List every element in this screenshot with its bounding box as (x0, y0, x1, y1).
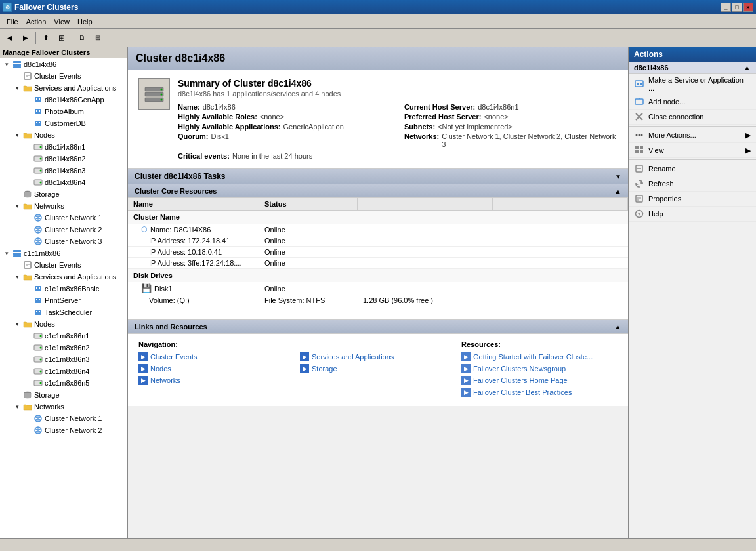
menu-action[interactable]: Action (22, 16, 51, 27)
tree-expander[interactable] (22, 236, 33, 247)
action-refresh[interactable]: Refresh (629, 176, 756, 192)
tree-expander[interactable] (22, 177, 33, 188)
tree-expander[interactable] (22, 354, 33, 365)
sidebar-item-cluster2-n3[interactable]: c1c1m8x86n3 (0, 354, 127, 365)
tree-expander[interactable]: ▾ (12, 272, 22, 282)
links-collapse-btn[interactable]: ▲ (614, 323, 621, 331)
sidebar-item-cluster2-net1[interactable]: Cluster Network 1 (0, 413, 127, 424)
toolbar-btn2[interactable]: ⊞ (54, 31, 69, 45)
tree-expander[interactable] (12, 390, 22, 400)
close-button[interactable]: × (743, 3, 753, 12)
tree-expander[interactable] (12, 189, 22, 199)
tree-expander[interactable] (22, 283, 33, 294)
link-newsgroup[interactable]: ▶ Failover Clusters Newsgroup (461, 364, 618, 373)
action-more-actions[interactable]: More Actions... ▶ (629, 128, 756, 143)
tree-expander[interactable] (12, 71, 22, 81)
tasks-collapse-btn[interactable]: ▼ (615, 173, 621, 180)
tree-expander[interactable] (22, 413, 33, 424)
sidebar-item-cluster1-storage[interactable]: Storage (0, 188, 127, 200)
sidebar-item-cluster1-n3[interactable]: d8c1i4x86n3 (0, 165, 127, 176)
sidebar-item-cluster1-svc-genapp[interactable]: d8c1i4x86GenApp (0, 94, 127, 106)
tree-expander[interactable] (12, 260, 22, 270)
action-view[interactable]: View ▶ (629, 143, 756, 158)
link-best-practices[interactable]: ▶ Failover Cluster Best Practices (461, 388, 618, 397)
core-resources-header[interactable]: Cluster Core Resources ▲ (128, 184, 628, 198)
tree-expander[interactable]: ▾ (1, 248, 12, 258)
action-make-service[interactable]: Make a Service or Application ... (629, 74, 756, 94)
link-getting-started[interactable]: ▶ Getting Started with Failover Cluste..… (461, 352, 618, 361)
action-rename[interactable]: Rename (629, 161, 756, 176)
toolbar-btn4[interactable]: ⊟ (91, 31, 105, 45)
toolbar-forward[interactable]: ▶ (18, 31, 33, 45)
toolbar-btn3[interactable]: 🗋 (75, 31, 89, 45)
toolbar-up[interactable]: ⬆ (39, 31, 53, 45)
core-resources-collapse[interactable]: ▲ (614, 187, 621, 195)
tree-expander[interactable]: ▾ (12, 401, 22, 412)
sidebar-item-cluster1-net1[interactable]: Cluster Network 1 (0, 212, 127, 224)
sidebar-item-cluster1-net3[interactable]: Cluster Network 3 (0, 235, 127, 247)
tree-expander[interactable] (22, 106, 33, 117)
tree-expander[interactable] (22, 331, 33, 341)
link-homepage[interactable]: ▶ Failover Clusters Home Page (461, 376, 618, 385)
tree-expander[interactable] (22, 366, 33, 377)
minimize-button[interactable]: _ (721, 3, 731, 12)
sidebar-item-cluster2-net2[interactable]: Cluster Network 2 (0, 424, 127, 436)
sidebar-item-cluster2-storage[interactable]: Storage (0, 389, 127, 401)
link-services[interactable]: ▶ Services and Applications (300, 352, 456, 361)
sidebar-item-cluster2-svc[interactable]: ▾Services and Applications (0, 271, 127, 283)
action-close-connection[interactable]: Close connection (629, 110, 756, 125)
sidebar-item-cluster1-net2[interactable]: Cluster Network 2 (0, 224, 127, 235)
menu-file[interactable]: File (3, 16, 22, 27)
window-controls[interactable]: _ □ × (721, 3, 753, 12)
tree-expander[interactable] (22, 425, 33, 436)
toolbar-back[interactable]: ◀ (3, 31, 17, 45)
tree-expander[interactable] (22, 142, 33, 152)
tasks-bar[interactable]: Cluster d8c1i4x86 Tasks ▼ (128, 169, 628, 184)
tree-expander[interactable] (22, 342, 33, 353)
sidebar-item-cluster1-svc-photo[interactable]: PhotoAlbum (0, 106, 127, 117)
sidebar-item-cluster1-n4[interactable]: d8c1i4x86n4 (0, 176, 127, 188)
sidebar-item-cluster1-events[interactable]: Cluster Events (0, 70, 127, 82)
menu-view[interactable]: View (50, 16, 74, 27)
tree-expander[interactable] (22, 118, 33, 129)
tree-expander[interactable] (22, 153, 33, 164)
sidebar-item-cluster2-n5[interactable]: c1c1m8x86n5 (0, 377, 127, 389)
action-properties[interactable]: Properties (629, 192, 756, 207)
tree-expander[interactable]: ▾ (12, 130, 22, 140)
links-header[interactable]: Links and Resources ▲ (128, 320, 628, 334)
link-storage[interactable]: ▶ Storage (300, 364, 456, 373)
tree-expander[interactable] (22, 224, 33, 235)
sidebar-item-cluster1-nodes[interactable]: ▾Nodes (0, 129, 127, 141)
sidebar-item-cluster2-events[interactable]: Cluster Events (0, 259, 127, 271)
tree-expander[interactable] (22, 307, 33, 317)
sidebar-item-cluster2-nodes[interactable]: ▾Nodes (0, 318, 127, 330)
sidebar-item-cluster2-svc-basic[interactable]: c1c1m8x86Basic (0, 283, 127, 295)
sidebar-item-cluster2[interactable]: ▾c1c1m8x86 (0, 247, 127, 259)
link-cluster-events[interactable]: ▶ Cluster Events (138, 352, 295, 361)
action-help[interactable]: ? Help (629, 207, 756, 222)
sidebar-item-cluster1-svc[interactable]: ▾Services and Applications (0, 82, 127, 94)
tree-expander[interactable] (22, 213, 33, 223)
link-nodes[interactable]: ▶ Nodes (138, 364, 295, 373)
sidebar-item-cluster1-n2[interactable]: d8c1i4x86n2 (0, 153, 127, 165)
sidebar-item-cluster2-svc-print[interactable]: PrintServer (0, 295, 127, 306)
sidebar-item-cluster1[interactable]: ▾d8c1i4x86 (0, 58, 127, 70)
tree-expander[interactable] (22, 165, 33, 176)
tree-expander[interactable]: ▾ (12, 83, 22, 93)
sidebar-item-cluster1-svc-cdb[interactable]: CustomerDB (0, 117, 127, 129)
tree-expander[interactable]: ▾ (12, 319, 22, 329)
sidebar-item-cluster1-networks[interactable]: ▾Networks (0, 200, 127, 212)
tree-expander[interactable]: ▾ (12, 201, 22, 211)
tree-expander[interactable]: ▾ (1, 59, 12, 70)
maximize-button[interactable]: □ (732, 3, 742, 12)
sidebar-item-cluster2-n1[interactable]: c1c1m8x86n1 (0, 330, 127, 342)
sidebar-item-cluster2-networks[interactable]: ▾Networks (0, 401, 127, 413)
link-networks[interactable]: ▶ Networks (138, 376, 295, 385)
tree-expander[interactable] (22, 378, 33, 388)
sidebar-item-cluster2-svc-task[interactable]: TaskScheduler (0, 306, 127, 318)
tree-expander[interactable] (22, 94, 33, 105)
sidebar-item-cluster2-n4[interactable]: c1c1m8x86n4 (0, 365, 127, 377)
sidebar-item-cluster2-n2[interactable]: c1c1m8x86n2 (0, 342, 127, 354)
menu-help[interactable]: Help (74, 16, 96, 27)
tree-expander[interactable] (22, 295, 33, 306)
